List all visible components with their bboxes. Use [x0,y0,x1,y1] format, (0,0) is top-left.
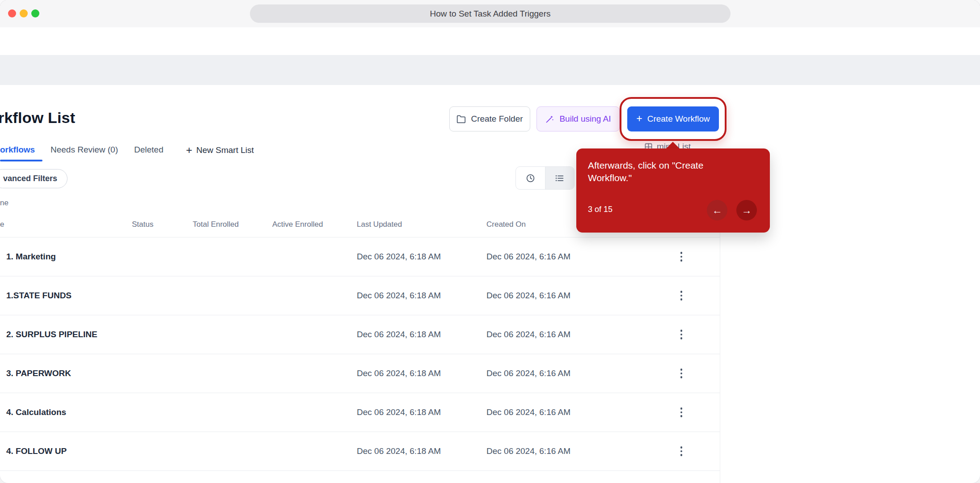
row-actions-kebab-icon[interactable] [675,444,688,459]
table-row[interactable]: 1. Marketing Dec 06 2024, 6:18 AM Dec 06… [0,237,720,276]
created-on-cell: Dec 06 2024, 6:16 AM [486,369,570,378]
new-smart-list-label: New Smart List [196,145,254,155]
created-on-cell: Dec 06 2024, 6:16 AM [486,446,570,456]
table-row[interactable]: 3. PAPERWORK Dec 06 2024, 6:18 AM Dec 06… [0,354,720,393]
row-actions-kebab-icon[interactable] [675,327,688,342]
workflow-name: 3. PAPERWORK [6,369,71,378]
row-actions-kebab-icon[interactable] [675,288,688,303]
workflow-name: 1.STATE FUNDS [6,291,72,301]
window-title: How to Set Task Added Triggers [250,4,731,23]
arrow-right-icon: → [742,204,752,216]
tab-deleted[interactable]: Deleted [134,145,164,155]
close-window-button[interactable] [8,9,16,17]
column-header-total-enrolled: Total Enrolled [193,220,239,229]
row-actions-kebab-icon[interactable] [675,366,688,381]
tutorial-tooltip: Afterwards, click on "Create Workflow." … [576,148,770,233]
table-row[interactable]: 1.STATE FUNDS Dec 06 2024, 6:18 AM Dec 0… [0,276,720,315]
last-updated-cell: Dec 06 2024, 6:18 AM [357,369,441,378]
workflow-name: 4. FOLLOW UP [6,446,67,456]
table-row[interactable]: 4. FOLLOW UP Dec 06 2024, 6:18 AM Dec 06… [0,432,720,471]
page-title: rkflow List [0,109,75,127]
folder-icon [456,114,466,124]
macos-titlebar: How to Set Task Added Triggers [0,0,980,27]
row-actions-kebab-icon[interactable] [675,405,688,420]
tooltip-prev-button[interactable]: ← [707,200,727,220]
tooltip-caret [666,142,680,149]
active-tab-underline [0,160,42,161]
last-updated-cell: Dec 06 2024, 6:18 AM [357,252,441,262]
last-updated-cell: Dec 06 2024, 6:18 AM [357,407,441,417]
tooltip-next-button[interactable]: → [736,200,757,220]
advanced-filters-button[interactable]: vanced Filters [0,169,68,188]
tooltip-text: Afterwards, click on "Create Workflow." [588,159,727,184]
app-header: KC [0,27,980,55]
last-updated-cell: Dec 06 2024, 6:18 AM [357,446,441,456]
create-folder-label: Create Folder [471,114,523,124]
table-body: 1. Marketing Dec 06 2024, 6:18 AM Dec 06… [0,237,720,471]
clock-icon [526,174,535,183]
plus-icon: + [636,114,642,124]
create-workflow-label: Create Workflow [647,114,710,124]
build-using-ai-button[interactable]: Build using AI [536,106,620,131]
column-header-active-enrolled: Active Enrolled [272,220,323,229]
subheader-band [0,55,980,85]
column-header-last-updated: Last Updated [357,220,402,229]
view-toggle [515,166,574,190]
build-using-ai-label: Build using AI [559,114,611,124]
column-header-name: e [0,220,4,229]
new-smart-list-button[interactable]: + New Smart List [186,144,254,157]
created-on-cell: Dec 06 2024, 6:16 AM [486,252,570,262]
tab-workflows[interactable]: orkflows [0,145,35,155]
table-row[interactable]: 4. Calculations Dec 06 2024, 6:18 AM Dec… [0,393,720,432]
list-view-button[interactable] [545,167,574,189]
column-header-status: Status [132,220,153,229]
create-workflow-button[interactable]: + Create Workflow [627,106,719,131]
workflow-name: 1. Marketing [6,252,56,262]
created-on-cell: Dec 06 2024, 6:16 AM [486,291,570,301]
plus-icon: + [186,144,192,157]
app-window: How to Set Task Added Triggers KC rkflow… [0,0,980,483]
workflow-name: 2. SURPLUS PIPELINE [6,330,97,339]
row-actions-kebab-icon[interactable] [675,249,688,264]
partial-name-label: ne [0,199,8,208]
tab-needs-review[interactable]: Needs Review (0) [51,145,118,155]
tooltip-step-counter: 3 of 15 [588,205,612,214]
table-row[interactable]: 2. SURPLUS PIPELINE Dec 06 2024, 6:18 AM… [0,315,720,354]
minimize-window-button[interactable] [20,9,28,17]
arrow-left-icon: ← [712,204,722,216]
history-view-button[interactable] [516,167,545,189]
last-updated-cell: Dec 06 2024, 6:18 AM [357,291,441,301]
workflow-name: 4. Calculations [6,407,66,417]
list-icon [555,174,564,183]
created-on-cell: Dec 06 2024, 6:16 AM [486,407,570,417]
zoom-window-button[interactable] [31,9,39,17]
workflow-table: e Status Total Enrolled Active Enrolled … [0,210,720,471]
magic-wand-icon [545,114,554,124]
created-on-cell: Dec 06 2024, 6:16 AM [486,330,570,339]
column-header-created-on: Created On [486,220,526,229]
create-folder-button[interactable]: Create Folder [449,106,530,131]
last-updated-cell: Dec 06 2024, 6:18 AM [357,330,441,339]
